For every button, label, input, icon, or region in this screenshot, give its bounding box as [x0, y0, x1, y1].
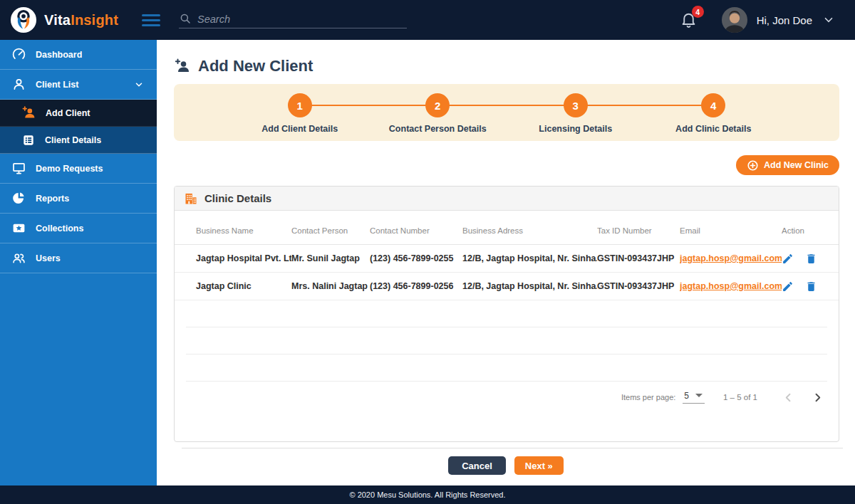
- cell-business-name: Jagtap Hospital Pvt. Ltd.: [175, 245, 291, 273]
- sidebar-item-label: Reports: [36, 194, 157, 204]
- table-pagination: Items per page: 5 1 – 5 of 1: [175, 383, 839, 411]
- ticket-star-icon: [11, 221, 26, 236]
- user-avatar[interactable]: [721, 6, 748, 33]
- col-business-address: Business Adress: [462, 211, 597, 245]
- pencil-icon: [782, 280, 794, 293]
- delete-button[interactable]: [805, 280, 817, 293]
- chevron-left-icon: [782, 391, 795, 404]
- step-label: Add Clinic Details: [645, 124, 783, 134]
- sidebar-item-dashboard[interactable]: Dashboard: [0, 40, 157, 70]
- sidebar-item-demo-requests[interactable]: Demo Requests: [0, 154, 157, 184]
- sidebar-item-add-client[interactable]: Add Client: [0, 100, 157, 127]
- items-per-page-select[interactable]: 5: [683, 391, 705, 404]
- next-page-button[interactable]: [811, 391, 824, 404]
- users-icon: [11, 251, 26, 266]
- hamburger-menu-icon[interactable]: [142, 14, 160, 26]
- edit-button[interactable]: [782, 253, 794, 265]
- email-link[interactable]: jagtap.hosp@gmail.com: [680, 253, 782, 263]
- step-add-clinic-details[interactable]: 4 Add Clinic Details: [645, 93, 783, 141]
- notifications-button[interactable]: 4: [680, 10, 698, 30]
- col-contact-person: Contact Person: [291, 211, 370, 245]
- add-new-clinic-button[interactable]: Add New Clinic: [736, 155, 839, 175]
- sidebar-item-label: Users: [36, 253, 157, 263]
- col-contact-number: Contact Number: [370, 211, 462, 245]
- person-add-icon: [21, 105, 36, 120]
- cell-contact-number: (123) 456-7899-0256: [370, 273, 462, 300]
- monitor-icon: [11, 161, 26, 176]
- form-actions: Cancel Next »: [157, 456, 855, 475]
- email-link[interactable]: jagtap.hosp@gmail.com: [680, 281, 782, 291]
- brand-name: VitaInsight: [44, 12, 118, 28]
- table-row: Jagtap Hospital Pvt. Ltd. Mr. Sunil Jagt…: [175, 245, 839, 273]
- edit-button[interactable]: [782, 280, 794, 293]
- sidebar-item-label: Add Client: [46, 108, 157, 118]
- list-icon: [21, 133, 36, 147]
- step-label: Licensing Details: [507, 124, 645, 134]
- search-input[interactable]: [197, 14, 407, 25]
- sidebar-item-label: Dashboard: [36, 50, 157, 60]
- step-number: 1: [288, 93, 312, 117]
- step-licensing-details[interactable]: 3 Licensing Details: [507, 93, 645, 141]
- chevron-right-icon: [811, 391, 824, 404]
- chevron-down-icon: [134, 80, 144, 90]
- pagination-range: 1 – 5 of 1: [723, 393, 757, 401]
- empty-table-row: [186, 300, 827, 327]
- step-label: Add Client Details: [231, 124, 369, 134]
- clinic-table: Business Name Contact Person Contact Num…: [175, 211, 839, 300]
- previous-page-button[interactable]: [782, 391, 795, 404]
- sidebar-item-client-details[interactable]: Client Details: [0, 127, 157, 154]
- search-icon: [179, 12, 197, 25]
- step-add-client-details[interactable]: 1 Add Client Details: [231, 93, 369, 141]
- topbar: VitaInsight 4 Hi, Jon D: [0, 0, 855, 40]
- empty-table-row: [186, 355, 827, 382]
- wizard-stepper: 1 Add Client Details 2 Contact Person De…: [174, 84, 839, 141]
- step-contact-person-details[interactable]: 2 Contact Person Details: [369, 93, 507, 141]
- vitainsight-logo-icon: [10, 6, 37, 33]
- add-new-clinic-label: Add New Clinic: [764, 160, 829, 170]
- step-label: Contact Person Details: [369, 124, 507, 134]
- step-number: 2: [425, 93, 450, 117]
- items-per-page-label: Items per page:: [621, 393, 675, 401]
- clinic-details-card: Clinic Details Business Name Contact Per…: [174, 186, 839, 442]
- trash-icon: [805, 280, 817, 293]
- trash-icon: [805, 253, 817, 265]
- footer: © 2020 Mesu Solutions. All Rights Reserv…: [0, 485, 855, 504]
- delete-button[interactable]: [805, 253, 817, 265]
- search-bar: [179, 12, 407, 28]
- sidebar-item-label: Client Details: [45, 135, 157, 145]
- divider: [182, 448, 843, 448]
- cell-contact-person: Mrs. Nalini Jagtap: [291, 273, 370, 300]
- copyright-text: © 2020 Mesu Solutions. All Rights Reserv…: [349, 490, 505, 499]
- plus-circle-icon: [747, 159, 759, 172]
- cell-business-address: 12/B, Jagtap Hospital, Nr. Sinha...: [462, 273, 597, 300]
- sidebar-item-label: Demo Requests: [36, 164, 157, 174]
- pencil-icon: [782, 253, 794, 265]
- table-row: Jagtap Clinic Mrs. Nalini Jagtap (123) 4…: [175, 273, 839, 300]
- col-email: Email: [680, 211, 782, 245]
- cell-tax-id: GSTIN-093437JHP: [597, 245, 680, 273]
- empty-table-row: [186, 327, 827, 355]
- cancel-button[interactable]: Cancel: [448, 456, 506, 475]
- notification-badge: 4: [692, 6, 704, 18]
- building-icon: [184, 191, 198, 206]
- sidebar-item-collections[interactable]: Collections: [0, 214, 157, 243]
- brand-logo[interactable]: VitaInsight: [0, 6, 132, 33]
- main-content: Add New Client 1 Add Client Details 2 Co…: [157, 40, 855, 485]
- sidebar-item-reports[interactable]: Reports: [0, 184, 157, 214]
- page-title: Add New Client: [198, 57, 313, 75]
- chevron-down-icon[interactable]: [822, 14, 835, 26]
- page-header: Add New Client: [157, 40, 855, 75]
- clinic-details-title: Clinic Details: [204, 192, 271, 204]
- person-icon: [11, 77, 26, 92]
- table-header-row: Business Name Contact Person Contact Num…: [175, 211, 839, 245]
- sidebar-item-users[interactable]: Users: [0, 243, 157, 273]
- next-button[interactable]: Next »: [514, 456, 564, 475]
- sidebar-item-client-list[interactable]: Client List: [0, 70, 157, 100]
- user-greeting: Hi, Jon Doe: [757, 14, 812, 26]
- gauge-icon: [11, 47, 26, 62]
- cell-contact-person: Mr. Sunil Jagtap: [291, 245, 370, 273]
- sidebar: Dashboard Client List Add Client: [0, 40, 157, 485]
- col-tax-id: Tax ID Number: [597, 211, 680, 245]
- clinic-details-card-header: Clinic Details: [175, 187, 839, 211]
- sidebar-item-label: Collections: [36, 224, 157, 233]
